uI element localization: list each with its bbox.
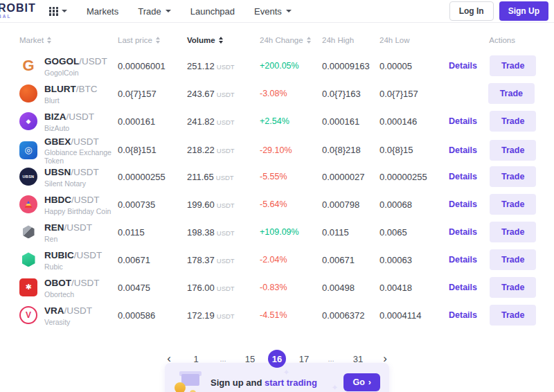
details-link[interactable]: Details xyxy=(449,310,477,320)
volume-cell: 172.19USDT xyxy=(187,310,260,321)
brand-logo[interactable]: ROBIT BAL xyxy=(0,3,49,19)
details-link[interactable]: Details xyxy=(449,116,477,126)
sort-icon xyxy=(307,37,311,44)
coin-name: Ren xyxy=(44,235,92,243)
details-link[interactable]: Details xyxy=(449,199,477,209)
apps-menu-button[interactable] xyxy=(49,7,67,16)
banner-accent-text: start trading xyxy=(265,377,317,388)
trade-button[interactable]: Trade xyxy=(490,166,536,187)
nav-item-label: Events xyxy=(254,6,282,17)
high-cell: 0.000798 xyxy=(322,199,379,210)
column-label: Market xyxy=(19,36,44,44)
pair-base: OBOT xyxy=(44,278,71,288)
column-header-24h-change[interactable]: 24h Change xyxy=(260,36,322,44)
trade-button[interactable]: Trade xyxy=(490,194,536,215)
volume-cell: 251.12USDT xyxy=(187,61,260,71)
high-cell: 0.0{8}218 xyxy=(322,145,379,155)
signup-button[interactable]: Sign Up xyxy=(499,1,548,21)
nav-item-launchpad[interactable]: Launchpad xyxy=(190,6,235,17)
navbar: ROBIT BAL MarketsTradeLaunchpadEvents Lo… xyxy=(0,0,554,23)
page-button-31[interactable]: 31 xyxy=(349,350,367,368)
market-cell[interactable]: BLURT/BTC Blurt xyxy=(19,82,118,104)
change-cell: +200.05% xyxy=(260,61,322,71)
pair-base: GBEX xyxy=(44,136,71,147)
details-link[interactable]: Details xyxy=(449,145,477,155)
actions-cell: Trade xyxy=(449,83,535,104)
biza-coin-icon: ◆ xyxy=(19,112,37,130)
market-cell[interactable]: G GOGOL/USDT GogolCoin xyxy=(19,55,118,76)
details-link[interactable]: Details xyxy=(449,227,477,237)
login-button[interactable]: Log In xyxy=(449,1,494,21)
market-cell[interactable]: V VRA/USDT Verasity xyxy=(19,304,118,326)
change-cell: -5.64% xyxy=(260,199,322,209)
column-header-last-price[interactable]: Last price xyxy=(118,36,187,44)
market-cell[interactable]: UBSN UBSN/USDT Silent Notary xyxy=(19,166,118,187)
pair-quote: /USDT xyxy=(71,167,99,177)
change-cell: -0.83% xyxy=(260,283,322,292)
volume-value: 172.19 xyxy=(187,310,215,321)
markets-table: G GOGOL/USDT GogolCoin 0.00006001 251.12… xyxy=(19,52,535,329)
market-cell[interactable]: REN/USDT Ren xyxy=(19,221,118,242)
column-label: 24h High xyxy=(322,36,354,44)
nav-item-markets[interactable]: Markets xyxy=(87,6,118,17)
change-cell: -2.04% xyxy=(260,255,322,265)
low-cell: 0.0{7}157 xyxy=(379,89,449,99)
page-button-15[interactable]: 15 xyxy=(241,350,259,368)
market-cell[interactable]: RUBIC/USDT Rubic xyxy=(19,249,118,270)
details-link[interactable]: Details xyxy=(449,172,477,181)
next-page-button[interactable]: › xyxy=(376,350,394,368)
page-button-1[interactable]: 1 xyxy=(187,350,205,368)
table-row: RUBIC/USDT Rubic 0.00671 178.37USDT -2.0… xyxy=(19,246,535,274)
coin-name: Obortech xyxy=(44,290,100,299)
last-price-cell: 0.000735 xyxy=(118,199,187,210)
column-header-volume[interactable]: Volume xyxy=(187,36,260,44)
nav-item-trade[interactable]: Trade xyxy=(138,6,170,17)
low-cell: 0.00418 xyxy=(379,283,449,293)
obot-coin-icon: ✱ xyxy=(19,278,37,296)
details-link[interactable]: Details xyxy=(449,255,477,265)
column-label: Last price xyxy=(118,36,152,44)
hbdc-coin-icon xyxy=(19,195,37,213)
trade-button[interactable]: Trade xyxy=(490,55,536,76)
last-price-cell: 0.00671 xyxy=(118,255,187,265)
column-header-actions: Actions xyxy=(449,36,535,44)
trade-button[interactable]: Trade xyxy=(488,83,535,104)
nav-item-events[interactable]: Events xyxy=(254,6,292,17)
page-ellipsis: ... xyxy=(214,350,232,368)
column-label: 24h Change xyxy=(260,36,303,44)
star-decoration: ✦ xyxy=(283,367,290,377)
low-cell: 0.00000255 xyxy=(379,172,449,182)
actions-cell: Details Trade xyxy=(449,222,536,242)
coin-name: Happy Birthday Coin xyxy=(44,207,111,215)
trade-button[interactable]: Trade xyxy=(490,305,536,326)
column-header-market[interactable]: Market xyxy=(19,36,118,44)
page-ellipsis: ... xyxy=(322,350,340,368)
volume-unit: USDT xyxy=(216,174,234,181)
market-cell[interactable]: ◆ BIZA/USDT BizAuto xyxy=(19,110,118,132)
actions-cell: Details Trade xyxy=(449,277,536,298)
page-button-16[interactable]: 16 xyxy=(268,350,286,368)
volume-value: 178.37 xyxy=(187,255,215,265)
details-link[interactable]: Details xyxy=(449,61,477,71)
volume-value: 198.38 xyxy=(187,227,215,238)
market-cell[interactable]: ✱ OBOT/USDT Obortech xyxy=(19,276,118,298)
change-cell: -29.10% xyxy=(260,145,322,155)
trade-button[interactable]: Trade xyxy=(490,111,536,132)
trade-button[interactable]: Trade xyxy=(490,277,536,298)
table-row: ◎ GBEX/USDT Globiance Exchange Token 0.0… xyxy=(19,135,535,163)
page-button-17[interactable]: 17 xyxy=(295,350,313,368)
trade-button[interactable]: Trade xyxy=(490,140,536,161)
change-cell: -5.55% xyxy=(260,172,322,181)
market-cell[interactable]: ◎ GBEX/USDT Globiance Exchange Token xyxy=(19,135,118,166)
high-cell: 0.00498 xyxy=(322,283,379,293)
prev-page-button[interactable]: ‹ xyxy=(160,350,178,368)
last-price-cell: 0.00475 xyxy=(118,283,187,293)
table-row: BLURT/BTC Blurt 0.0{7}157 243.67USDT -3.… xyxy=(19,80,535,107)
volume-unit: USDT xyxy=(217,312,235,320)
details-link[interactable]: Details xyxy=(449,283,477,292)
market-cell[interactable]: HBDC/USDT Happy Birthday Coin xyxy=(19,193,118,215)
low-cell: 0.00005 xyxy=(379,61,449,71)
trade-button[interactable]: Trade xyxy=(490,222,536,242)
trade-button[interactable]: Trade xyxy=(490,249,536,270)
change-cell: -4.51% xyxy=(260,310,322,320)
